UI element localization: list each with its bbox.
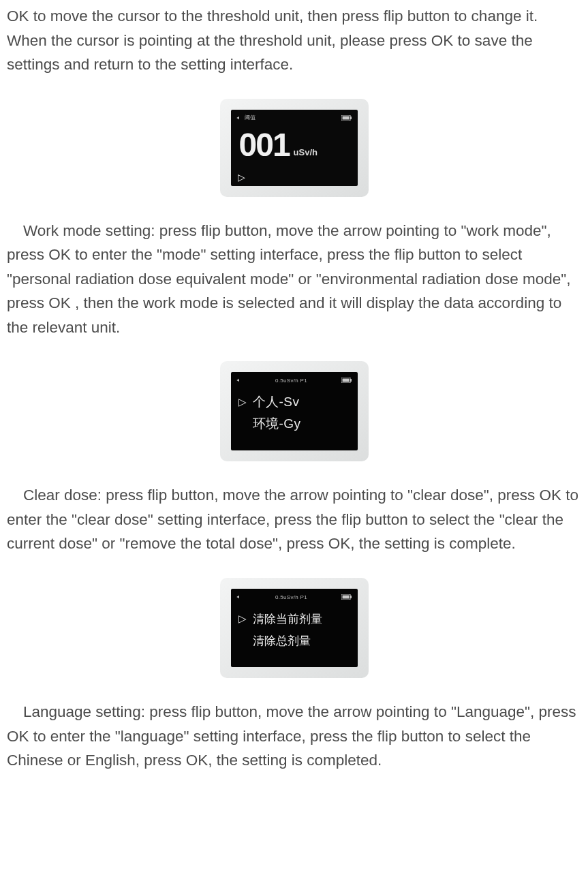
triangle-icon: ▷: [236, 613, 249, 625]
device-frame: 0.5uSv/h P1 ▷ 个人-Sv 环境-Gy: [220, 361, 369, 461]
paragraph-clear-dose: Clear dose: press flip button, move the …: [7, 483, 581, 556]
paragraph-language: Language setting: press flip button, mov…: [7, 700, 581, 773]
sound-icon: [236, 594, 242, 600]
menu-label: 清除当前剂量: [253, 611, 322, 627]
svg-rect-8: [342, 596, 349, 599]
cursor-indicator: ▷: [238, 172, 245, 182]
status-bar: 阈值: [236, 114, 352, 122]
svg-rect-5: [342, 379, 349, 382]
device-screen: 阈值 001 uSv/h ▷: [231, 110, 358, 186]
battery-icon: [341, 594, 352, 600]
menu-label: 个人-Sv: [253, 393, 300, 411]
device-frame: 阈值 001 uSv/h ▷: [220, 99, 369, 197]
paragraph-work-mode: Work mode setting: press flip button, mo…: [7, 219, 581, 340]
device-screen: 0.5uSv/h P1 ▷ 个人-Sv 环境-Gy: [231, 372, 358, 450]
status-label: 0.5uSv/h P1: [245, 594, 339, 600]
threshold-value: 001: [239, 129, 290, 161]
battery-icon: [341, 115, 352, 121]
menu-label: 环境-Gy: [253, 415, 301, 433]
figure-clear-dose: 0.5uSv/h P1 ▷ 清除当前剂量 清除总剂量: [7, 578, 581, 678]
paragraph-threshold: OK to move the cursor to the threshold u…: [7, 4, 581, 77]
status-bar: 0.5uSv/h P1: [236, 593, 352, 601]
device-frame: 0.5uSv/h P1 ▷ 清除当前剂量 清除总剂量: [220, 578, 369, 678]
svg-rect-2: [342, 116, 349, 119]
menu-item-clear-current: ▷ 清除当前剂量: [236, 608, 352, 630]
device-screen: 0.5uSv/h P1 ▷ 清除当前剂量 清除总剂量: [231, 589, 358, 667]
sound-icon: [236, 115, 242, 121]
figure-threshold: 阈值 001 uSv/h ▷: [7, 99, 581, 197]
svg-rect-1: [350, 117, 352, 119]
menu-label: 清除总剂量: [253, 633, 311, 649]
menu-item-personal: ▷ 个人-Sv: [236, 391, 352, 413]
status-label: 0.5uSv/h P1: [245, 378, 339, 384]
svg-rect-7: [350, 596, 352, 598]
status-bar: 0.5uSv/h P1: [236, 376, 352, 384]
battery-icon: [341, 378, 352, 383]
figure-work-mode: 0.5uSv/h P1 ▷ 个人-Sv 环境-Gy: [7, 361, 581, 461]
sound-icon: [236, 378, 242, 383]
status-label: 阈值: [245, 114, 256, 121]
svg-rect-4: [350, 379, 352, 382]
menu-item-environment: 环境-Gy: [236, 413, 352, 435]
readout-row: 001 uSv/h: [236, 129, 352, 161]
threshold-unit: uSv/h: [294, 147, 318, 157]
triangle-icon: ▷: [236, 396, 249, 408]
menu-item-clear-total: 清除总剂量: [236, 630, 352, 651]
